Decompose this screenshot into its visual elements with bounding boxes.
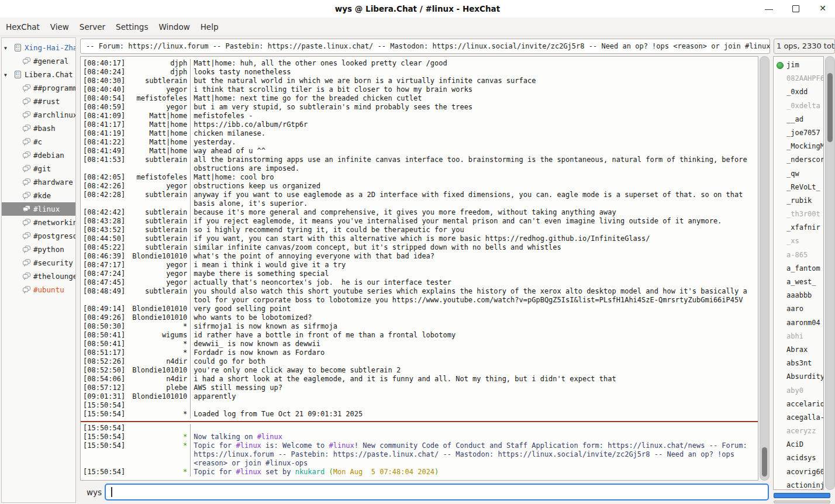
user-item[interactable]: jim: [774, 58, 823, 72]
user-item[interactable]: _MockingM: [774, 140, 823, 153]
user-item[interactable]: a_west_: [774, 275, 823, 289]
menu-hexchat[interactable]: HexChat: [1, 18, 45, 36]
user-item[interactable]: _joe7057: [774, 126, 823, 140]
close-button[interactable]: ✕: [813, 0, 833, 18]
user-name: _MockingM: [786, 142, 823, 150]
tree-item-label: #linux: [33, 205, 60, 213]
nick: n4dir: [125, 375, 190, 384]
server-icon: [13, 70, 22, 81]
user-item[interactable]: actioninj: [774, 479, 823, 490]
user-item[interactable]: Absurdity: [774, 370, 823, 384]
tree-item-linux[interactable]: #linux: [2, 202, 75, 216]
nick: Blondie101010: [125, 252, 190, 261]
tree-item-hardware[interactable]: #hardware: [2, 175, 75, 189]
user-item[interactable]: a_fantom: [774, 262, 823, 275]
expander-icon[interactable]: ▼: [4, 42, 13, 54]
tree-item-label: #debian: [33, 151, 64, 160]
user-item[interactable]: acidsys: [774, 451, 823, 465]
tree-item-python[interactable]: #python: [2, 243, 75, 256]
timestamp: [08:40:24]: [81, 68, 125, 77]
timestamp: [08:41:19]: [81, 129, 125, 138]
nick: *: [125, 410, 190, 419]
user-item[interactable]: _xfafnir: [774, 221, 823, 234]
user-item[interactable]: abhi: [774, 330, 823, 343]
message: i had a short look at the eaglemode, and…: [190, 375, 758, 384]
menu-view[interactable]: View: [45, 18, 74, 36]
user-item[interactable]: _0xdelta: [774, 99, 823, 113]
message-input[interactable]: [105, 484, 769, 500]
nick: wigums: [125, 331, 190, 340]
nick: Matt|home: [125, 120, 190, 129]
user-item[interactable]: _th3r00t: [774, 208, 823, 221]
menu-window[interactable]: Window: [153, 18, 195, 36]
tree-item-xinghaizhan[interactable]: ▼Xing-Hai-Zhan: [2, 41, 75, 54]
timestamp: [15:50:54]: [81, 401, 125, 410]
chat-scrollbar[interactable]: [760, 56, 770, 481]
user-name: _qw: [786, 170, 799, 178]
tree-item-rust[interactable]: ##rust: [2, 95, 75, 108]
nick: *: [125, 348, 190, 357]
menu-settings[interactable]: Settings: [111, 18, 153, 36]
user-list[interactable]: jim082AAHPF6_0xdd_0xdelta__ad_joe7057_Mo…: [773, 56, 824, 490]
minimize-icon: [765, 9, 773, 10]
user-list-scrollbar[interactable]: [825, 56, 835, 490]
chat-line: [08:48:49]subtlerainyou should also watc…: [81, 287, 758, 305]
chat-scrollbar-thumb[interactable]: [762, 447, 767, 477]
tree-item-debian[interactable]: #debian: [2, 149, 75, 162]
user-item[interactable]: a-865: [774, 248, 823, 262]
title-bar[interactable]: wys @ Libera.Chat / #linux - HexChat ✕: [0, 0, 835, 18]
tree-item-postgresql[interactable]: #postgresql: [2, 229, 75, 243]
tree-item-bash[interactable]: #bash: [2, 122, 75, 135]
user-item[interactable]: 082AAHPF6: [774, 72, 823, 85]
timestamp: [08:48:49]: [81, 287, 125, 305]
tree-item-liberachat[interactable]: ▼Libera.Chat: [2, 68, 75, 81]
user-item[interactable]: abs3nt: [774, 357, 823, 370]
user-list-scrollbar-thumb[interactable]: [827, 73, 833, 142]
maximize-button[interactable]: [786, 0, 806, 18]
tree-item-networking[interactable]: #networking: [2, 216, 75, 229]
user-name: _nderscor: [786, 156, 823, 164]
message: sifrmoja1 is now known as sifrmoja: [190, 322, 758, 331]
user-item[interactable]: accelario: [774, 398, 823, 411]
tree-item-general[interactable]: #general: [2, 54, 75, 68]
user-item[interactable]: _ReVoLt_: [774, 181, 823, 194]
tree-item-kde[interactable]: #kde: [2, 189, 75, 202]
user-item[interactable]: acegalla-: [774, 411, 823, 424]
expander-icon[interactable]: ▼: [4, 68, 13, 81]
timestamp: [08:42:42]: [81, 208, 125, 217]
user-item[interactable]: _0xdd: [774, 85, 823, 99]
user-item[interactable]: _rubik: [774, 194, 823, 208]
user-item[interactable]: _nderscor: [774, 153, 823, 167]
tree-item-c[interactable]: #c: [2, 135, 75, 149]
user-item[interactable]: aaronm04: [774, 316, 823, 330]
user-item[interactable]: aaro: [774, 302, 823, 316]
user-item[interactable]: AciD: [774, 438, 823, 451]
user-item[interactable]: __ad: [774, 113, 823, 126]
minimize-button[interactable]: [759, 0, 779, 18]
timestamp: [08:47:17]: [81, 261, 125, 270]
user-item[interactable]: _xs: [774, 234, 823, 248]
message: mefistofeles -: [190, 112, 758, 120]
tree-item-archlinux[interactable]: #archlinux: [2, 108, 75, 122]
server-tree[interactable]: ▼Xing-Hai-Zhan#general▼Libera.Chat##prog…: [1, 37, 76, 503]
topic-bar[interactable]: -- Forum: https://linux.forum -- Pastebi…: [80, 39, 770, 54]
chat-line: [08:42:28]subtlerainanyway if you want t…: [81, 191, 758, 208]
user-item[interactable]: aby0: [774, 384, 823, 398]
user-item[interactable]: _qw: [774, 167, 823, 181]
user-item[interactable]: aaabbb: [774, 289, 823, 302]
menu-server[interactable]: Server: [74, 18, 111, 36]
timestamp: [08:41:09]: [81, 112, 125, 120]
tree-item-security[interactable]: #security: [2, 256, 75, 270]
tree-item-thelounge[interactable]: #thelounge: [2, 270, 75, 283]
timestamp: [08:51:17]: [81, 348, 125, 357]
user-item[interactable]: acovrig60: [774, 465, 823, 479]
tree-item-programming[interactable]: ##programming: [2, 81, 75, 95]
tree-item-ubuntu[interactable]: #ubuntu: [2, 283, 75, 296]
menu-help[interactable]: Help: [195, 18, 224, 36]
user-item[interactable]: aceryzz: [774, 424, 823, 438]
message: so i highly recommend tyring it, it coul…: [190, 226, 758, 234]
chat-log[interactable]: [08:40:17]djphMatt|home: huh, all the ot…: [80, 56, 758, 481]
user-item[interactable]: Abrax: [774, 343, 823, 357]
tree-item-git[interactable]: #git: [2, 162, 75, 175]
chat-line: [08:43:52]subtlerainso i highly recommen…: [81, 226, 758, 234]
